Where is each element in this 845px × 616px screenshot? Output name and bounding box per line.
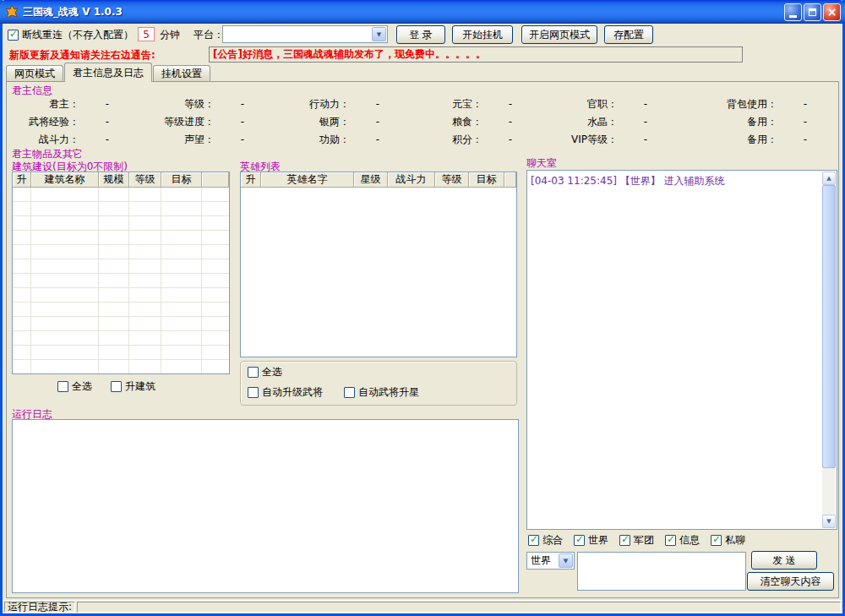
column-header[interactable]: 升 [241,172,261,188]
chevron-down-icon[interactable]: ▼ [559,553,573,568]
table-cell [202,188,229,201]
lord-info-field: 元宝：- [406,95,538,112]
login-button[interactable]: 登 录 [396,25,445,44]
chat-scroll-track[interactable] [822,185,836,515]
table-row [13,202,229,216]
building-upgrade-checkbox[interactable] [111,381,122,392]
building-options: 全选 升建筑 [57,379,155,394]
table-body[interactable] [241,188,516,357]
field-label: 银两： [270,115,350,129]
status-bar: 运行日志提示: [3,600,842,613]
hero-auto-star[interactable]: 自动武将升星 [344,385,419,400]
column-header[interactable]: 规模 [99,172,129,188]
table-row [13,231,229,245]
start-hang-button[interactable]: 开始挂机 [452,25,513,44]
table-cell [31,231,99,244]
platform-select[interactable]: ▼ [222,25,388,43]
status-main-field [77,602,841,613]
table-cell [202,202,229,215]
table-cell [129,245,161,259]
close-button[interactable]: × [823,3,841,21]
reconnect-checkbox[interactable] [8,30,19,41]
field-value: - [79,98,135,110]
column-header[interactable]: 目标 [161,172,202,188]
column-header[interactable]: 升 [13,172,31,188]
chat-room[interactable]: [04-03 11:25:45] 【世界】 进入辅助系统 ▲ ▼ [526,170,837,530]
table-cell [99,274,129,287]
building-table[interactable]: 升建筑名称规模等级目标 [12,172,230,374]
status-label: 运行日志提示: [4,602,75,613]
run-log-box[interactable] [12,419,519,593]
field-value: - [618,134,673,145]
chat-input[interactable] [577,552,746,591]
table-row [13,346,229,360]
hero-auto-upgrade[interactable]: 自动升级武将 [248,385,323,400]
hero-select-all[interactable]: 全选 [248,365,282,379]
chat-filter[interactable]: 综合 [528,533,563,548]
building-select-all[interactable]: 全选 [57,379,92,394]
table-cell [13,274,31,287]
chat-scroll-thumb[interactable] [822,185,836,468]
scroll-down-icon[interactable]: ▼ [822,515,836,528]
chat-filter-checkbox[interactable] [665,535,676,546]
column-header[interactable]: 英雄名字 [261,172,354,188]
table-cell [129,202,161,215]
hero-auto-star-checkbox[interactable] [344,387,355,398]
table-cell [13,317,31,330]
scroll-up-icon[interactable]: ▲ [822,172,836,185]
reconnect-option[interactable]: 断线重连（不存入配置） [8,25,134,44]
chevron-down-icon[interactable]: ▼ [372,27,386,41]
lord-info-field: 银两：- [270,113,406,130]
table-cell [161,231,202,244]
hero-auto-upgrade-checkbox[interactable] [248,387,259,398]
table-cell [13,216,31,230]
table-cell [161,288,202,302]
lord-info-field: 行动力：- [270,95,406,112]
save-config-button[interactable]: 存配置 [604,25,653,44]
column-header[interactable]: 等级 [129,172,161,188]
table-cell [129,274,161,287]
chat-filter-checkbox[interactable] [711,535,722,546]
table-cell [129,303,161,316]
minimize-button[interactable] [784,3,802,21]
chat-filter[interactable]: 私聊 [711,533,745,548]
table-cell [99,288,129,302]
table-cell [13,346,31,359]
chat-filter-checkbox[interactable] [528,535,539,546]
chat-channel-select[interactable]: 世界 ▼ [526,552,575,570]
column-header[interactable]: 建筑名称 [31,172,99,188]
table-body[interactable] [13,188,229,373]
clear-chat-button[interactable]: 清空聊天内容 [747,572,834,591]
hero-table[interactable]: 升英雄名字星级战斗力等级目标 [240,172,517,357]
building-select-all-checkbox[interactable] [57,381,68,392]
platform-label: 平台： [194,25,224,44]
chat-filter-checkbox[interactable] [574,535,585,546]
chat-filter[interactable]: 世界 [574,533,608,548]
field-value: - [350,116,406,128]
tab-web-mode[interactable]: 网页模式 [6,65,63,81]
field-label: 粮食： [406,115,482,129]
tab-lord-info-log[interactable]: 君主信息及日志 [64,63,152,81]
field-value: - [777,98,833,110]
window-content: 断线重连（不存入配置） 5 分钟 平台： ▼ 登 录 开始挂机 开启网页模式 存… [3,24,842,613]
chat-filter[interactable]: 军团 [619,533,654,548]
tab-hang-settings[interactable]: 挂机设置 [153,65,210,81]
column-header[interactable]: 战斗力 [388,172,435,188]
lord-info-field: 声望：- [135,131,270,148]
reconnect-minutes-input[interactable]: 5 [138,27,155,41]
column-header[interactable]: 星级 [354,172,388,188]
chat-filter[interactable]: 信息 [665,533,700,548]
column-header[interactable]: 等级 [435,172,469,188]
maximize-button[interactable] [804,3,821,21]
chat-filter-checkbox[interactable] [619,535,630,546]
send-button[interactable]: 发 送 [751,551,817,570]
building-upgrade[interactable]: 升建筑 [111,379,155,394]
table-cell [161,274,202,287]
tab-panel: 君主信息 君主：-等级：-行动力：-元宝：-官职：-背包使用：-武将经验：-等级… [6,81,839,598]
table-cell [13,360,31,373]
column-header[interactable]: 目标 [469,172,504,188]
chat-scrollbar[interactable]: ▲ ▼ [822,172,836,528]
open-web-mode-button[interactable]: 开启网页模式 [521,25,597,44]
notice-label: 新版更新及通知请关注右边通告: [9,48,155,63]
hero-select-all-checkbox[interactable] [248,367,259,378]
